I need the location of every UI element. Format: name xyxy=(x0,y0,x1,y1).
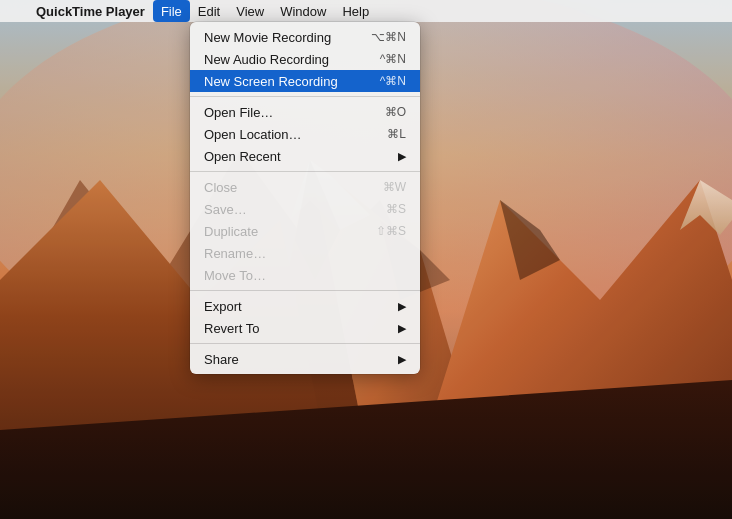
menu-item-open-location[interactable]: Open Location… ⌘L xyxy=(190,123,420,145)
menubar: QuickTime Player File Edit View Window H… xyxy=(0,0,732,22)
share-arrow-icon: ▶ xyxy=(398,353,406,366)
menu-item-share[interactable]: Share ▶ xyxy=(190,348,420,370)
menu-help[interactable]: Help xyxy=(334,0,377,22)
separator-4 xyxy=(190,343,420,344)
menu-item-rename-label: Rename… xyxy=(204,246,406,261)
menu-item-new-audio-recording-shortcut: ^⌘N xyxy=(380,52,406,66)
menu-item-close[interactable]: Close ⌘W xyxy=(190,176,420,198)
menu-item-export[interactable]: Export ▶ xyxy=(190,295,420,317)
menu-view[interactable]: View xyxy=(228,0,272,22)
menu-item-open-recent-label: Open Recent xyxy=(204,149,398,164)
menu-item-save[interactable]: Save… ⌘S xyxy=(190,198,420,220)
menu-item-open-file-shortcut: ⌘O xyxy=(385,105,406,119)
open-recent-arrow-icon: ▶ xyxy=(398,150,406,163)
separator-3 xyxy=(190,290,420,291)
menu-item-new-audio-recording[interactable]: New Audio Recording ^⌘N xyxy=(190,48,420,70)
menu-item-export-label: Export xyxy=(204,299,398,314)
menu-item-new-movie-recording-shortcut: ⌥⌘N xyxy=(371,30,406,44)
file-menu-dropdown: New Movie Recording ⌥⌘N New Audio Record… xyxy=(190,22,420,374)
separator-1 xyxy=(190,96,420,97)
app-name: QuickTime Player xyxy=(28,0,153,22)
revert-to-arrow-icon: ▶ xyxy=(398,322,406,335)
menu-item-rename[interactable]: Rename… xyxy=(190,242,420,264)
menu-item-new-screen-recording[interactable]: New Screen Recording ^⌘N xyxy=(190,70,420,92)
menu-edit[interactable]: Edit xyxy=(190,0,228,22)
menu-item-open-file-label: Open File… xyxy=(204,105,385,120)
separator-2 xyxy=(190,171,420,172)
menu-item-open-file[interactable]: Open File… ⌘O xyxy=(190,101,420,123)
menu-item-new-movie-recording-label: New Movie Recording xyxy=(204,30,371,45)
menu-item-close-shortcut: ⌘W xyxy=(383,180,406,194)
menu-item-new-screen-recording-shortcut: ^⌘N xyxy=(380,74,406,88)
menu-item-duplicate-shortcut: ⇧⌘S xyxy=(376,224,406,238)
menu-item-new-screen-recording-label: New Screen Recording xyxy=(204,74,380,89)
menu-item-new-audio-recording-label: New Audio Recording xyxy=(204,52,380,67)
menu-item-share-label: Share xyxy=(204,352,398,367)
menu-item-open-recent[interactable]: Open Recent ▶ xyxy=(190,145,420,167)
menu-item-move-to[interactable]: Move To… xyxy=(190,264,420,286)
menu-item-revert-to-label: Revert To xyxy=(204,321,398,336)
menu-item-revert-to[interactable]: Revert To ▶ xyxy=(190,317,420,339)
menu-window[interactable]: Window xyxy=(272,0,334,22)
export-arrow-icon: ▶ xyxy=(398,300,406,313)
menu-item-duplicate-label: Duplicate xyxy=(204,224,376,239)
menu-item-save-label: Save… xyxy=(204,202,386,217)
menu-file[interactable]: File xyxy=(153,0,190,22)
menu-item-open-location-label: Open Location… xyxy=(204,127,387,142)
menu-item-move-to-label: Move To… xyxy=(204,268,406,283)
menu-item-close-label: Close xyxy=(204,180,383,195)
menu-item-new-movie-recording[interactable]: New Movie Recording ⌥⌘N xyxy=(190,26,420,48)
menu-item-open-location-shortcut: ⌘L xyxy=(387,127,406,141)
apple-menu[interactable] xyxy=(8,0,24,22)
menu-item-save-shortcut: ⌘S xyxy=(386,202,406,216)
menu-item-duplicate[interactable]: Duplicate ⇧⌘S xyxy=(190,220,420,242)
